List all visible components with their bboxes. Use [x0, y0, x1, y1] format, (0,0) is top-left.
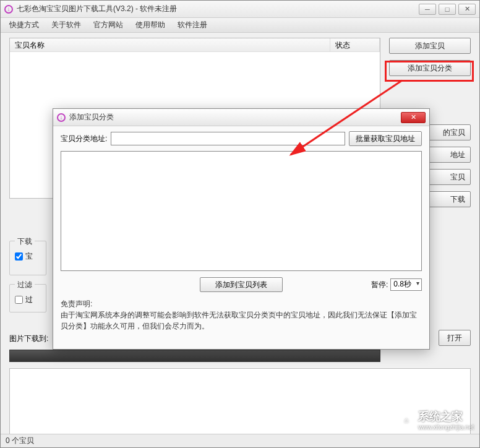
url-field-row: 宝贝分类地址: 批量获取宝贝地址 — [61, 131, 422, 146]
app-icon: ↓ — [4, 5, 13, 14]
menu-register[interactable]: 软件注册 — [171, 19, 213, 32]
pause-label: 暂停: — [371, 280, 388, 290]
statusbar: 0 个宝贝 — [1, 434, 479, 447]
dialog-titlebar[interactable]: ↓ 添加宝贝分类 ✕ — [53, 109, 429, 126]
download-checkbox-label: 宝 — [25, 251, 33, 262]
download-path-bar[interactable] — [9, 350, 380, 362]
disclaimer-title: 免责声明: — [61, 298, 422, 309]
window-controls: ─ □ ✕ — [419, 4, 476, 15]
close-button[interactable]: ✕ — [458, 4, 476, 15]
pause-select[interactable]: 0.8秒 — [390, 278, 422, 291]
minimize-button[interactable]: ─ — [419, 4, 436, 15]
column-name[interactable]: 宝贝名称 — [10, 38, 330, 51]
download-to-label: 图片下载到: — [9, 334, 48, 344]
dialog-title: 添加宝贝分类 — [69, 112, 401, 123]
filter-group-title: 过滤 — [15, 280, 35, 290]
dialog-app-icon: ↓ — [57, 113, 66, 122]
download-group: 下载 宝 — [9, 241, 46, 275]
main-titlebar[interactable]: ↓ 七彩色淘宝宝贝图片下载工具(V3.2) - 软件未注册 ─ □ ✕ — [1, 1, 479, 18]
menu-shortcut[interactable]: 快捷方式 — [3, 19, 45, 32]
disclaimer: 免责声明: 由于淘宝网系统本身的调整可能会影响到软件无法获取宝贝分类页中的宝贝地… — [61, 298, 422, 332]
status-text: 0 个宝贝 — [6, 436, 34, 446]
filter-checkbox-label: 过 — [25, 295, 33, 305]
download-group-title: 下载 — [15, 236, 35, 247]
open-button[interactable]: 打开 — [439, 330, 471, 346]
dialog-actions: 添加到宝贝列表 暂停: 0.8秒 — [61, 277, 422, 292]
menubar: 快捷方式 关于软件 官方网站 使用帮助 软件注册 — [1, 18, 479, 33]
column-status[interactable]: 状态 — [330, 38, 380, 51]
filter-checkbox[interactable]: 过 — [15, 295, 33, 305]
dialog-body: 宝贝分类地址: 批量获取宝贝地址 添加到宝贝列表 暂停: 0.8秒 免责声明: … — [61, 131, 422, 342]
menu-about[interactable]: 关于软件 — [45, 19, 87, 32]
dialog-close-button[interactable]: ✕ — [401, 112, 426, 123]
url-field-label: 宝贝分类地址: — [61, 134, 107, 144]
download-checkbox[interactable]: 宝 — [15, 251, 33, 262]
list-header: 宝贝名称 状态 — [10, 38, 380, 52]
menu-help[interactable]: 使用帮助 — [129, 19, 171, 32]
add-to-list-button[interactable]: 添加到宝贝列表 — [200, 277, 283, 292]
category-url-input[interactable] — [111, 132, 345, 145]
log-textarea[interactable] — [9, 368, 471, 442]
batch-fetch-button[interactable]: 批量获取宝贝地址 — [349, 131, 422, 146]
filter-group: 过滤 过 — [9, 284, 46, 312]
add-category-dialog: ↓ 添加宝贝分类 ✕ 宝贝分类地址: 批量获取宝贝地址 添加到宝贝列表 暂停: … — [53, 108, 430, 350]
add-category-button[interactable]: 添加宝贝分类 — [389, 60, 471, 76]
download-checkbox-input[interactable] — [15, 252, 23, 261]
maximize-button[interactable]: □ — [439, 4, 456, 15]
disclaimer-body: 由于淘宝网系统本身的调整可能会影响到软件无法获取宝贝分类页中的宝贝地址，因此我们… — [61, 309, 422, 332]
pause-control: 暂停: 0.8秒 — [371, 278, 422, 291]
menu-website[interactable]: 官方网站 — [87, 19, 129, 32]
url-list-textarea[interactable] — [61, 151, 422, 271]
filter-checkbox-input[interactable] — [15, 296, 23, 304]
add-item-button[interactable]: 添加宝贝 — [389, 38, 471, 54]
window-title: 七彩色淘宝宝贝图片下载工具(V3.2) - 软件未注册 — [17, 4, 419, 14]
